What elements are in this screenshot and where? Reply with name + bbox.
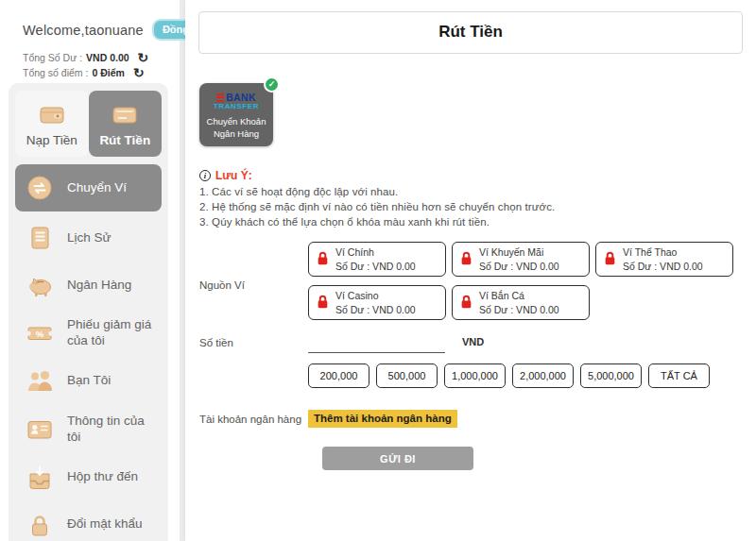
red-lock-icon xyxy=(460,294,472,313)
balance-value: VND 0.00 xyxy=(86,52,129,63)
wallet-balance: Số Dư : VND 0.00 xyxy=(479,303,559,316)
tab-label: Nạp Tiền xyxy=(26,133,77,147)
submit-button[interactable]: GỬI ĐI xyxy=(322,447,473,470)
wallet-grid: Ví Chính Số Dư : VND 0.00 Ví Khuyến Mãi … xyxy=(308,242,747,329)
sidebar-item-label: Thông tin của tôi xyxy=(67,414,158,446)
sidebar: Welcome,taonuane Đồng Tổng Số Dư : VND 0… xyxy=(0,0,180,541)
tab-nap-tien[interactable]: Nạp Tiền xyxy=(15,91,89,157)
withdraw-form: Nguồn Ví Ví Chính Số Dư : VND 0.00 Ví Kh… xyxy=(199,242,756,470)
wallet-balance: Số Dư : VND 0.00 xyxy=(335,260,416,273)
refresh-balance-icon[interactable]: ↻ xyxy=(138,53,149,62)
wallet-name: Ví Khuyến Mãi xyxy=(479,245,559,259)
notes-heading-text: Lưu Ý: xyxy=(215,169,252,182)
sidebar-item-label: Chuyển Ví xyxy=(67,180,127,196)
quick-amount-all-button[interactable]: TẤT CẢ xyxy=(648,363,710,388)
wallet-card-vi-casino[interactable]: Ví Casino Số Dư : VND 0.00 xyxy=(308,285,446,320)
info-icon: i xyxy=(199,170,211,181)
red-lock-icon xyxy=(460,250,472,269)
sidebar-item-label: Hộp thư đến xyxy=(67,469,138,485)
ebank-logo-stripes xyxy=(216,93,224,102)
red-lock-icon xyxy=(317,250,329,269)
piggy-bank-icon xyxy=(25,270,55,300)
wallet-source-row: Nguồn Ví Ví Chính Số Dư : VND 0.00 Ví Kh… xyxy=(199,242,756,329)
wallet-card-vi-khuyen-mai[interactable]: Ví Khuyến Mãi Số Dư : VND 0.00 xyxy=(452,242,590,277)
selected-check-icon: ✓ xyxy=(264,76,280,93)
currency-label: VND xyxy=(462,333,484,347)
sidebar-item-label: Ngân Hàng xyxy=(67,278,131,294)
sidebar-item-label: Đổi mật khẩu xyxy=(67,516,143,533)
svg-text:%: % xyxy=(36,329,44,339)
quick-amount-button[interactable]: 1,000,000 xyxy=(444,363,506,388)
sidebar-item-lich-su[interactable]: Lịch Sử xyxy=(15,214,162,262)
add-bank-account-link[interactable]: Thêm tài khoản ngân hàng xyxy=(308,410,457,428)
balance-block: Tổng Số Dư : VND 0.00 ↻ Tổng số điểm : 0… xyxy=(0,41,180,78)
sidebar-item-thong-tin[interactable]: Thông tin của tôi xyxy=(15,405,162,454)
total-balance-line: Tổng Số Dư : VND 0.00 ↻ xyxy=(23,52,180,63)
card-icon xyxy=(110,100,140,130)
points-label: Tổng số điểm : xyxy=(23,67,88,78)
sidebar-menu-list: Chuyển Ví Lịch Sử Ngân Hàng % Phiếu giảm… xyxy=(15,164,162,541)
quick-amount-button[interactable]: 200,000 xyxy=(308,363,369,388)
ebank-logo-transfer-text: TRANSFER xyxy=(199,102,273,110)
quick-amount-button[interactable]: 5,000,000 xyxy=(580,363,642,388)
welcome-text: Welcome,taonuane xyxy=(23,23,144,38)
wallet-balance: Số Dư : VND 0.00 xyxy=(479,260,559,273)
sidebar-item-label: Lịch Sử xyxy=(67,230,112,246)
notes-block: i Lưu Ý: 1. Các ví sẽ hoạt động độc lập … xyxy=(199,169,756,228)
note-line: 2. Hệ thống sẽ mặc định ví nào có tiền n… xyxy=(199,201,756,212)
friends-icon xyxy=(25,366,55,397)
amount-label: Số tiền xyxy=(199,333,308,348)
note-line: 1. Các ví sẽ hoạt động độc lập với nhau. xyxy=(199,186,756,197)
bank-account-label: Tài khoản ngân hàng xyxy=(199,414,308,425)
wallet-icon xyxy=(37,100,67,130)
points-value: 0 Điểm xyxy=(92,67,124,78)
refresh-points-icon[interactable]: ↻ xyxy=(133,68,145,77)
id-card-icon xyxy=(25,414,55,445)
red-lock-icon xyxy=(604,250,616,269)
sidebar-item-label: Bạn Tôi xyxy=(67,373,111,389)
sidebar-item-ngan-hang[interactable]: Ngân Hàng xyxy=(15,262,162,309)
balance-label: Tổng Số Dư : xyxy=(23,52,82,63)
wallet-name: Ví Bắn Cá xyxy=(479,289,559,302)
main-content: Rút Tiền ✓ BANK TRANSFER Chuyển Khoản Ng… xyxy=(185,0,756,541)
page-title: Rút Tiền xyxy=(198,11,743,54)
wallet-balance: Số Dư : VND 0.00 xyxy=(623,260,703,273)
tab-label: Rút Tiền xyxy=(99,133,150,147)
wallet-card-vi-chinh[interactable]: Ví Chính Số Dư : VND 0.00 xyxy=(308,242,446,277)
quick-amount-button[interactable]: 500,000 xyxy=(376,363,438,388)
coin-transfer-icon xyxy=(25,173,55,203)
bank-account-row: Tài khoản ngân hàng Thêm tài khoản ngân … xyxy=(199,410,756,428)
lock-icon xyxy=(25,510,55,540)
welcome-row: Welcome,taonuane Đồng xyxy=(0,0,180,41)
sidebar-menu-panel: Nạp Tiền Rút Tiền Chuyển Ví Lịch Sử xyxy=(9,83,168,541)
sidebar-item-doi-mat-khau[interactable]: Đổi mật khẩu xyxy=(15,501,162,541)
coupon-icon: % xyxy=(25,318,55,348)
wallet-card-vi-the-thao[interactable]: Ví Thể Thao Số Dư : VND 0.00 xyxy=(595,242,733,277)
tab-rut-tien[interactable]: Rút Tiền xyxy=(89,91,163,157)
method-label: Chuyển Khoản Ngân Hàng xyxy=(199,115,273,141)
scroll-icon xyxy=(25,223,55,253)
amount-input[interactable] xyxy=(308,333,445,353)
amount-field: VND xyxy=(308,333,484,353)
quick-amount-button[interactable]: 2,000,000 xyxy=(512,363,574,388)
wallet-name: Ví Chính xyxy=(335,245,416,259)
deposit-withdraw-tabs: Nạp Tiền Rút Tiền xyxy=(15,91,162,157)
sidebar-item-phieu-giam-gia[interactable]: % Phiếu giảm giá của tôi xyxy=(15,309,162,358)
sidebar-item-label: Phiếu giảm giá của tôi xyxy=(67,317,158,349)
wallet-name: Ví Thể Thao xyxy=(623,245,703,259)
wallet-balance: Số Dư : VND 0.00 xyxy=(335,303,416,316)
notes-heading: i Lưu Ý: xyxy=(199,169,756,182)
sidebar-item-ban-toi[interactable]: Bạn Tôi xyxy=(15,358,162,405)
wallet-section-label: Nguồn Ví xyxy=(199,279,308,291)
sidebar-item-hop-thu-den[interactable]: Hộp thư đến xyxy=(15,454,162,501)
amount-row: Số tiền VND xyxy=(199,333,756,353)
wallet-card-vi-ban-ca[interactable]: Ví Bắn Cá Số Dư : VND 0.00 xyxy=(452,285,590,320)
inbox-icon xyxy=(25,463,55,493)
method-bank-transfer[interactable]: ✓ BANK TRANSFER Chuyển Khoản Ngân Hàng xyxy=(199,83,273,146)
red-lock-icon xyxy=(317,294,329,313)
note-line: 3. Qúy khách có thể lựa chọn ổ khóa màu … xyxy=(199,216,756,228)
sidebar-item-chuyen-vi[interactable]: Chuyển Ví xyxy=(15,164,162,211)
total-points-line: Tổng số điểm : 0 Điểm ↻ xyxy=(23,67,180,78)
wallet-name: Ví Casino xyxy=(335,289,416,302)
quick-amounts-row: 200,000 500,000 1,000,000 2,000,000 5,00… xyxy=(308,363,756,388)
